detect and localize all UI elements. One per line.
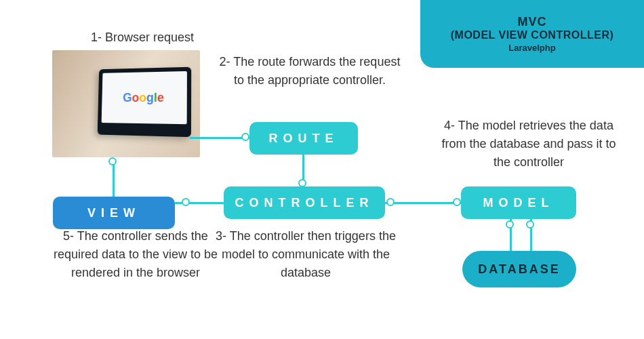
title-card: MVC (MODEL VIEW CONTROLLER) Laravelphp xyxy=(420,0,644,68)
connector-endcap xyxy=(506,220,514,228)
connector-endcap xyxy=(108,157,117,165)
browser-request-image: Google xyxy=(52,50,200,157)
route-node: ROUTE xyxy=(249,122,358,155)
model-node: MODEL xyxy=(461,186,576,219)
connector-controller-model xyxy=(385,202,461,204)
connector-endcap xyxy=(298,179,306,187)
connector-endcap xyxy=(526,220,534,228)
header-subtitle: (MODEL VIEW CONTROLLER) xyxy=(451,29,614,41)
view-node: VIEW xyxy=(53,197,175,229)
google-logo: Google xyxy=(123,90,164,104)
controller-node: CONTROLLER xyxy=(224,186,385,219)
connector-endcap xyxy=(182,198,190,206)
header-author: Laravelphp xyxy=(508,43,555,53)
step-3-caption: 3- The controller then triggers the mode… xyxy=(207,227,404,282)
connector-endcap xyxy=(386,198,395,206)
header-title: MVC xyxy=(518,15,547,29)
connector-endcap xyxy=(241,133,249,141)
step-4-caption: 4- The model retrieves the data from the… xyxy=(441,117,617,172)
step-1-caption: 1- Browser request xyxy=(71,28,214,47)
laptop-icon: Google xyxy=(98,67,191,138)
step-2-caption: 2- The route forwards the request to the… xyxy=(218,53,401,89)
laptop-screen: Google xyxy=(102,71,187,124)
connector-endcap xyxy=(453,198,461,206)
connector-browser-route xyxy=(190,137,249,139)
step-5-caption: 5- The controller sends the required dat… xyxy=(41,227,230,282)
database-node: DATABASE xyxy=(462,251,576,287)
